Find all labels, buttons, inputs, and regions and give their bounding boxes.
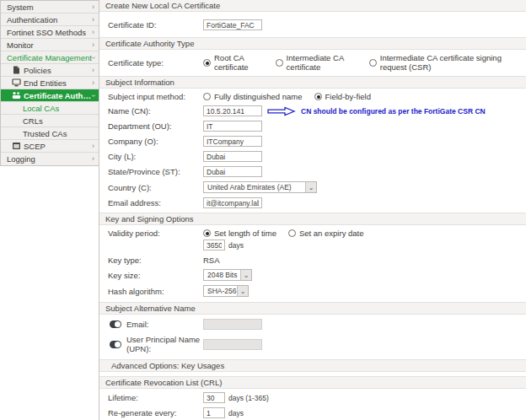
sidebar-item-certificate-authorities[interactable]: Certificate Authorities › <box>1 89 99 102</box>
lifetime-row: Lifetime: days (1-365) <box>99 392 526 403</box>
radio-label: Fully distinguished name <box>214 92 303 101</box>
state-input[interactable] <box>203 166 262 177</box>
sidebar-item-policies[interactable]: Policies › <box>1 64 99 77</box>
sidebar-item-label: Local CAs <box>23 104 94 113</box>
radio-label: Set an expiry date <box>299 229 364 238</box>
radio-field-by-field[interactable]: Field-by-field <box>314 92 371 101</box>
validity-days-row: days <box>99 240 526 250</box>
sidebar-item-end-entities[interactable]: End Entities › <box>1 77 99 89</box>
radio-set-length-of-time[interactable]: Set length of time <box>203 229 276 238</box>
section-subject-information: Subject Information <box>99 76 526 89</box>
department-input[interactable] <box>203 121 262 132</box>
sidebar-item-monitor[interactable]: Monitor › <box>1 39 99 51</box>
hash-algorithm-select[interactable]: SHA-256 ⌄ <box>203 285 249 297</box>
country-select[interactable]: United Arab Emirates (AE) ⌄ <box>203 181 317 193</box>
name-cn-input[interactable] <box>203 105 262 116</box>
sidebar-item-label: Logging <box>7 154 92 164</box>
regenerate-input[interactable] <box>203 407 225 418</box>
email-address-label: Email address: <box>108 198 203 207</box>
certificate-id-row: Certificate ID: <box>99 19 526 30</box>
advanced-options-key-usages-header[interactable]: Advanced Options: Key Usages <box>99 359 526 372</box>
radio-selected-icon <box>314 93 322 100</box>
radio-icon <box>369 59 377 67</box>
sidebar-item-label: Policies <box>24 66 92 75</box>
key-size-row: Key size: 2048 Bits ⌄ <box>99 269 526 281</box>
san-email-row: Email: <box>99 319 526 330</box>
radio-label: Intermediate CA certificate signing requ… <box>380 53 514 72</box>
company-label: Company (O): <box>108 137 203 146</box>
department-row: Department (OU): <box>99 121 526 132</box>
end-entities-icon <box>12 78 21 87</box>
hash-algorithm-selected-value: SHA-256 <box>204 287 237 295</box>
certificate-authorities-icon <box>12 91 21 100</box>
country-selected-value: United Arab Emirates (AE) <box>204 183 305 191</box>
section-subject-alternative-name: Subject Alternative Name <box>99 302 526 315</box>
radio-intermediate-ca-certificate[interactable]: Intermediate CA certificate <box>276 53 357 72</box>
sidebar-item-local-cas[interactable]: Local CAs <box>1 102 99 115</box>
email-address-row: Email address: <box>99 197 526 208</box>
email-address-input[interactable] <box>203 197 262 208</box>
regenerate-unit: days <box>228 409 244 417</box>
sidebar-item-label: Trusted CAs <box>23 129 94 138</box>
radio-fully-distinguished-name[interactable]: Fully distinguished name <box>203 92 303 101</box>
city-row: City (L): <box>99 151 526 162</box>
sidebar-item-label: Monitor <box>7 40 92 50</box>
lifetime-label: Lifetime: <box>108 393 203 402</box>
main-content: Create New Local CA Certificate Certific… <box>99 0 526 420</box>
san-upn-input <box>203 339 262 350</box>
sidebar-item-authentication[interactable]: Authentication › <box>1 13 99 26</box>
radio-selected-icon <box>203 59 211 67</box>
san-email-toggle[interactable] <box>110 320 121 328</box>
chevron-right-icon: › <box>92 29 94 36</box>
san-email-input <box>203 319 262 330</box>
lifetime-input[interactable] <box>203 392 225 403</box>
validity-days-input[interactable] <box>203 240 225 250</box>
certificate-id-input[interactable] <box>203 19 262 30</box>
sidebar-item-label: Certificate Management <box>7 53 92 62</box>
san-upn-toggle[interactable] <box>110 341 121 348</box>
policies-icon <box>12 66 21 74</box>
subject-input-method-row: Subject input method: Fully distinguishe… <box>99 92 526 101</box>
sidebar-item-trusted-cas[interactable]: Trusted CAs <box>1 127 99 140</box>
key-size-select[interactable]: 2048 Bits ⌄ <box>203 269 252 281</box>
chevron-right-icon: › <box>92 143 94 150</box>
regenerate-row: Re-generate every: days <box>99 407 526 418</box>
page-title: Create New Local CA Certificate <box>99 0 526 12</box>
sidebar-item-label: System <box>7 3 92 12</box>
sidebar-item-scep[interactable]: SCEP › <box>1 140 99 153</box>
chevron-down-icon: › <box>89 94 97 97</box>
annotation-arrow-icon <box>267 106 296 116</box>
city-input[interactable] <box>203 151 262 162</box>
sidebar-item-certificate-management[interactable]: Certificate Management › <box>1 51 99 64</box>
sidebar: System › Authentication › Fortinet SSO M… <box>0 0 99 420</box>
key-size-label: Key size: <box>108 271 203 280</box>
scep-icon <box>12 142 21 150</box>
hash-algorithm-label: Hash algorithm: <box>108 287 203 296</box>
country-row: Country (C): United Arab Emirates (AE) ⌄ <box>99 181 526 193</box>
annotation-text: CN should be configured as per the Forti… <box>301 107 486 116</box>
radio-root-ca-certificate[interactable]: Root CA certificate <box>203 53 264 72</box>
fortiauthenticator-page: System › Authentication › Fortinet SSO M… <box>0 0 526 420</box>
radio-selected-icon <box>203 229 211 237</box>
radio-icon <box>276 59 283 67</box>
sidebar-item-label: End Entities <box>24 78 92 88</box>
regenerate-label: Re-generate every: <box>108 408 203 417</box>
sidebar-item-logging[interactable]: Logging › <box>1 153 99 165</box>
sidebar-item-label: SCEP <box>24 142 92 151</box>
chevron-right-icon: › <box>92 16 94 24</box>
radio-intermediate-ca-csr[interactable]: Intermediate CA certificate signing requ… <box>369 53 514 72</box>
sidebar-item-fortinet-sso-methods[interactable]: Fortinet SSO Methods › <box>1 26 99 39</box>
lifetime-unit: days (1-365) <box>228 394 269 402</box>
company-input[interactable] <box>203 136 262 147</box>
sidebar-item-crls[interactable]: CRLs <box>1 115 99 127</box>
sidebar-nav: System › Authentication › Fortinet SSO M… <box>0 0 99 166</box>
validity-days-unit: days <box>228 241 244 250</box>
section-certificate-revocation-list: Certificate Revocation List (CRL) <box>99 376 526 389</box>
radio-label: Root CA certificate <box>214 53 264 72</box>
sidebar-item-system[interactable]: System › <box>1 1 99 13</box>
key-type-label: Key type: <box>108 256 203 265</box>
radio-set-an-expiry-date[interactable]: Set an expiry date <box>288 229 364 238</box>
chevron-right-icon: › <box>92 41 94 49</box>
department-label: Department (OU): <box>108 121 203 131</box>
san-upn-label: User Principal Name (UPN): <box>126 335 203 353</box>
